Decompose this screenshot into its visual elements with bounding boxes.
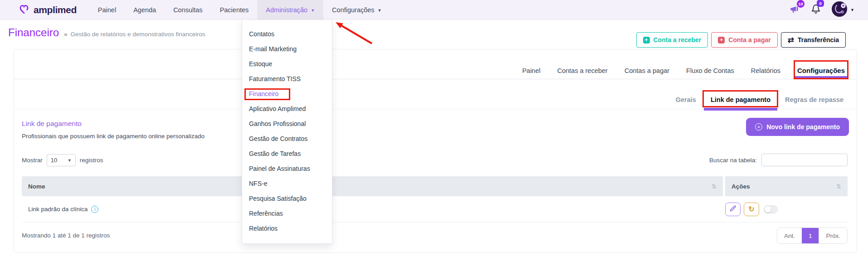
user-menu-button[interactable]: ▼ [831, 1, 854, 19]
show-label: Mostrar [22, 157, 43, 164]
tab-configuracoes[interactable]: Configurações [797, 67, 845, 74]
table-header: Nome ⇅ Ações ⇅ [22, 176, 848, 196]
plus-icon: + [718, 37, 725, 44]
transfer-arrows-icon: ⇄ [788, 36, 794, 44]
administracao-dropdown-menu: Contatos E-mail Marketing Estoque Fatura… [242, 20, 332, 244]
page-subtitle: »Gestão de relatórios e demonstrativos f… [64, 31, 205, 38]
menu-item-referencias[interactable]: Referências [242, 206, 332, 221]
search-label: Buscar na tabela: [709, 157, 757, 164]
sort-icon[interactable]: ⇅ [712, 183, 717, 190]
tab-painel[interactable]: Painel [522, 67, 540, 74]
top-navbar: amplimed Painel Agenda Consultas Pacient… [0, 0, 868, 20]
column-header-nome[interactable]: Nome ⇅ [22, 176, 723, 196]
column-header-acoes[interactable]: Ações ⇅ [725, 176, 848, 196]
subtab-regras-de-repasse[interactable]: Regras de repasse [785, 96, 844, 103]
pagination: Ant. 1 Próx. [777, 227, 848, 244]
search-input[interactable] [761, 154, 848, 166]
header-action-buttons: + Conta a receber + Conta a pagar ⇄ Tran… [636, 32, 846, 48]
menu-item-pesquisa-satisfacao[interactable]: Pesquisa Satisfação [242, 191, 332, 206]
customize-link-button[interactable]: ↻ [744, 203, 759, 216]
toggle-knob [765, 206, 771, 213]
row-actions-cell: ↻ [725, 203, 848, 216]
amplimed-heart-icon [18, 3, 30, 17]
plus-circle-icon: + [755, 123, 762, 131]
notifications-badge: 0 [817, 0, 824, 7]
pencil-icon [729, 205, 736, 214]
conta-a-receber-button[interactable]: + Conta a receber [636, 32, 708, 48]
sort-icon[interactable]: ⇅ [836, 183, 841, 190]
page-size-select[interactable]: 10 ▼ [47, 154, 76, 166]
navbar-right-icons: 10 0 ▼ [789, 1, 868, 19]
tab-contas-a-pagar[interactable]: Contas a pagar [624, 67, 669, 74]
menu-item-faturamento-tiss[interactable]: Faturamento TISS [242, 72, 332, 87]
menu-item-estoque[interactable]: Estoque [242, 57, 332, 72]
subtab-gerais[interactable]: Gerais [676, 96, 696, 103]
chevron-down-icon: ▼ [68, 158, 72, 163]
info-icon[interactable]: i [91, 206, 98, 213]
tab-fluxo-de-contas[interactable]: Fluxo de Contas [686, 67, 734, 74]
brand-text: amplimed [34, 5, 77, 15]
records-label: registros [80, 157, 103, 164]
edit-button[interactable] [725, 203, 741, 216]
chevron-down-icon: ▼ [311, 8, 315, 13]
menu-item-contatos[interactable]: Contatos [242, 27, 332, 42]
table-search: Buscar na tabela: [709, 154, 848, 166]
nav-item-configuracoes[interactable]: Configurações▼ [323, 0, 390, 20]
nav-item-consultas[interactable]: Consultas [165, 0, 211, 20]
previous-page-button[interactable]: Ant. [777, 228, 802, 243]
menu-item-financeiro[interactable]: Financeiro [242, 87, 332, 102]
nav-item-painel[interactable]: Painel [89, 0, 125, 20]
next-page-button[interactable]: Próx. [819, 228, 847, 243]
menu-item-gestao-de-contratos[interactable]: Gestão de Contratos [242, 131, 332, 146]
announcements-button[interactable]: 10 [789, 4, 800, 16]
settings-subtabs: Gerais Link de pagamento Regras de repas… [14, 79, 857, 109]
menu-item-ganhos-profissional[interactable]: Ganhos Profissional [242, 116, 332, 131]
nav-item-administracao[interactable]: Administração▼ [257, 0, 323, 20]
menu-item-aplicativo-amplimed[interactable]: Aplicativo Amplimed [242, 102, 332, 116]
nav-item-pacientes[interactable]: Pacientes [211, 0, 258, 20]
amplimed-logo[interactable]: amplimed [0, 3, 89, 17]
tab-relatorios[interactable]: Relatórios [751, 67, 780, 74]
nav-item-agenda[interactable]: Agenda [125, 0, 165, 20]
row-name-cell: Link padrão da clínica i [22, 206, 725, 213]
menu-item-relatorios[interactable]: Relatórios [242, 221, 332, 236]
plus-icon: + [643, 37, 650, 44]
menu-item-nfs-e[interactable]: NFS-e [242, 176, 332, 191]
table-summary: Mostrando 1 até 1 de 1 registros [22, 232, 110, 239]
notifications-button[interactable]: 0 [810, 3, 821, 17]
table-row: Link padrão da clínica i ↻ [22, 196, 848, 222]
tab-contas-a-receber[interactable]: Contas a receber [557, 67, 608, 74]
financeiro-card: Painel Contas a receber Contas a pagar F… [14, 49, 857, 253]
link-active-toggle[interactable] [764, 205, 778, 213]
section-description: Profissionais que possuem link de pagame… [22, 133, 205, 140]
chevron-down-icon: ▼ [378, 8, 382, 13]
menu-item-email-marketing[interactable]: E-mail Marketing [242, 42, 332, 57]
announcements-badge: 10 [797, 0, 805, 8]
page-size-controls: Mostrar 10 ▼ registros [22, 154, 103, 166]
conta-a-pagar-button[interactable]: + Conta a pagar [711, 32, 777, 48]
menu-item-gestao-de-tarefas[interactable]: Gestão de Tarefas [242, 146, 332, 161]
current-page-button[interactable]: 1 [802, 228, 819, 243]
page-title: Financeiro [8, 26, 59, 39]
menu-item-painel-de-assinaturas[interactable]: Painel de Assinaturas [242, 161, 332, 176]
page-header: Financeiro »Gestão de relatórios e demon… [8, 26, 205, 39]
chevron-down-icon: ▼ [850, 8, 854, 12]
avatar [831, 1, 848, 19]
novo-link-de-pagamento-button[interactable]: + Novo link de pagamento [746, 118, 849, 136]
transferencia-button[interactable]: ⇄ Transferência [781, 32, 846, 48]
breadcrumb-separator: » [64, 31, 68, 38]
main-tabs: Painel Contas a receber Contas a pagar F… [14, 49, 857, 79]
section-title: Link de pagamento [22, 120, 82, 128]
subtab-link-de-pagamento[interactable]: Link de pagamento [711, 96, 770, 103]
sync-icon: ↻ [748, 205, 754, 213]
